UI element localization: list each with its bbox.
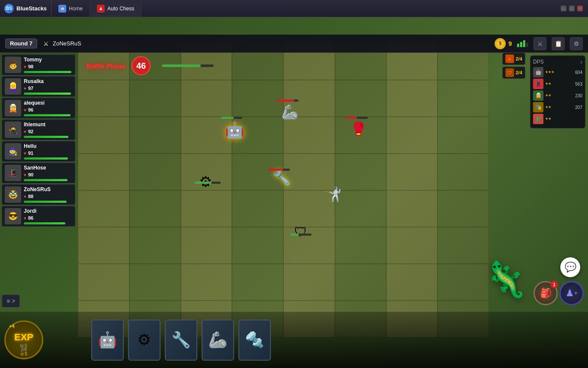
heart-icon-1: ♥ (24, 86, 26, 91)
bluestacks-logo[interactable]: BS BlueStacks (0, 0, 51, 17)
cell-7-3[interactable] (181, 264, 232, 301)
cell-2-6[interactable] (335, 80, 386, 117)
player-item-6[interactable]: 🥸 ZoNeSRuS ♥ 88 (2, 184, 75, 205)
cell-7-7[interactable] (386, 264, 438, 301)
cell-2-2[interactable] (129, 80, 181, 117)
chess-board[interactable]: 🤖 🦾 ⚙ 🔧 🤺 🛡 🥊 (78, 43, 489, 337)
synergy-item-1[interactable]: 🛡 2/4 (502, 67, 525, 79)
cell-6-2[interactable] (129, 227, 181, 264)
player-name-7: Jordi (24, 208, 72, 214)
synergy-item-0[interactable]: ⚔ 2/4 (502, 53, 525, 65)
exp-plus-label: +4 (9, 323, 15, 329)
player-item-1[interactable]: 👱‍♀️ Rusalka ♥ 97 (2, 76, 75, 97)
cell-7-1[interactable] (78, 264, 129, 301)
cell-4-2[interactable] (129, 154, 181, 190)
cell-2-7[interactable] (386, 80, 438, 117)
piece-enemy-3[interactable]: 🥊 (350, 121, 366, 136)
window-controls: — □ ✕ (561, 6, 588, 11)
exp-button[interactable]: +4 EXP lv.5 ⊙ 5 2/8 (4, 320, 43, 359)
cell-3-1[interactable] (78, 117, 129, 154)
right-panel: DPS › 🤖 ★★★ 604 🦹 ★★ (527, 53, 588, 131)
sys-left: Round 7 ⚔ ZoNeSRuS (5, 38, 81, 48)
cell-3-8[interactable] (437, 117, 489, 154)
piece-hp-fill-2 (277, 99, 294, 102)
cell-4-8[interactable] (437, 154, 489, 190)
synergy-panel: ⚔ 2/4 🛡 2/4 (502, 53, 525, 79)
minimize-button[interactable]: — (561, 6, 566, 11)
home-tab-label: Home (69, 6, 83, 12)
cell-6-6[interactable] (335, 227, 386, 264)
dps-arrow[interactable]: › (580, 58, 582, 65)
player-hp-row-3: ♥ 92 (24, 129, 72, 134)
swords-icon-btn[interactable]: ⚔ (533, 37, 546, 50)
player-item-0[interactable]: 🧒 Tommy ♥ 98 (2, 54, 75, 75)
settings-icon-btn[interactable]: ⚙ (570, 37, 583, 50)
player-item-2[interactable]: 🧝 alequesi ♥ 96 (2, 98, 75, 118)
cell-3-2[interactable] (129, 117, 181, 154)
heart-icon-5: ♥ (24, 173, 26, 177)
game-tab-icon: ♟ (97, 5, 105, 13)
cell-4-6[interactable] (335, 154, 386, 190)
piece-ally-3[interactable]: 🛡 (294, 225, 307, 240)
cell-5-7[interactable] (386, 190, 438, 227)
cell-5-1[interactable] (78, 190, 129, 227)
cell-2-4[interactable] (232, 80, 283, 117)
cell-6-7[interactable] (386, 227, 438, 264)
hp-value-3: 92 (28, 129, 33, 134)
hand-card-0[interactable]: 🤖 (91, 320, 124, 361)
piece-enemy-1[interactable]: 🦾 (281, 104, 299, 120)
cell-5-8[interactable] (437, 190, 489, 227)
bottom-panel: +4 EXP lv.5 ⊙ 5 2/8 🤖 ⚙ 🔧 🦾 🔩 (0, 312, 588, 368)
player-item-5[interactable]: 🎩 SanHose ♥ 90 (2, 163, 75, 183)
chat-button[interactable]: 💬 (560, 257, 580, 277)
dps-avatar-3: 🎭 (533, 102, 543, 112)
player-avatar-7: 😎 (5, 208, 21, 224)
tab-auto-chess[interactable]: ♟ Auto Chess (90, 0, 141, 17)
cell-2-3[interactable] (181, 80, 232, 117)
cell-6-3[interactable] (181, 227, 232, 264)
player-name-6: ZoNeSRuS (24, 186, 72, 192)
cell-5-2[interactable] (129, 190, 181, 227)
player-item-7[interactable]: 😎 Jordi ♥ 86 (2, 206, 75, 227)
cell-3-3[interactable] (181, 117, 232, 154)
cell-4-5[interactable] (283, 154, 335, 190)
inventory-button[interactable]: 🎒 1 (533, 281, 558, 305)
hand-card-2[interactable]: 🔧 (165, 320, 197, 361)
hand-card-4[interactable]: 🔩 (238, 320, 271, 361)
cell-6-5[interactable] (283, 227, 335, 264)
hand-card-3[interactable]: 🦾 (202, 320, 234, 361)
cell-5-6[interactable] (335, 190, 386, 227)
menu-button[interactable]: ≡ > (2, 294, 20, 307)
piece-hp-bg-4 (268, 169, 290, 171)
add-piece-button[interactable]: ♟+ (559, 281, 584, 305)
heart-icon-6: ♥ (24, 194, 26, 199)
cell-7-5[interactable] (283, 264, 335, 301)
close-button[interactable]: ✕ (577, 6, 583, 11)
cell-3-5[interactable] (283, 117, 335, 154)
cell-2-1[interactable] (78, 80, 129, 117)
cell-6-1[interactable] (78, 227, 129, 264)
hand-card-1[interactable]: ⚙ (128, 320, 161, 361)
cell-7-6[interactable] (335, 264, 386, 301)
cell-4-7[interactable] (386, 154, 438, 190)
player-item-4[interactable]: 🧙 Hellu ♥ 91 (2, 141, 75, 162)
player-hp-bar-4 (24, 157, 68, 160)
cell-4-1[interactable] (78, 154, 129, 190)
piece-ally-2[interactable]: 🔧 (273, 169, 291, 186)
book-icon-btn[interactable]: 📋 (552, 37, 565, 50)
player-name-3: Ihlemunt (24, 122, 72, 128)
maximize-button[interactable]: □ (569, 6, 575, 11)
cell-5-3[interactable] (181, 190, 232, 227)
cell-7-4[interactable] (232, 264, 283, 301)
cell-3-7[interactable] (386, 117, 438, 154)
tab-home[interactable]: 🏠 Home (51, 0, 90, 17)
cell-7-2[interactable] (129, 264, 181, 301)
piece-hp-bg-6 (290, 234, 312, 236)
player-item-3[interactable]: 🥷 Ihlemunt ♥ 92 (2, 119, 75, 140)
cell-2-8[interactable] (437, 80, 489, 117)
piece-enemy-2[interactable]: 🤺 (325, 186, 342, 202)
cell-5-4[interactable] (232, 190, 283, 227)
cell-6-4[interactable] (232, 227, 283, 264)
piece-center[interactable]: 🤖 (225, 121, 244, 139)
synergy-icon-0: ⚔ (505, 54, 514, 63)
